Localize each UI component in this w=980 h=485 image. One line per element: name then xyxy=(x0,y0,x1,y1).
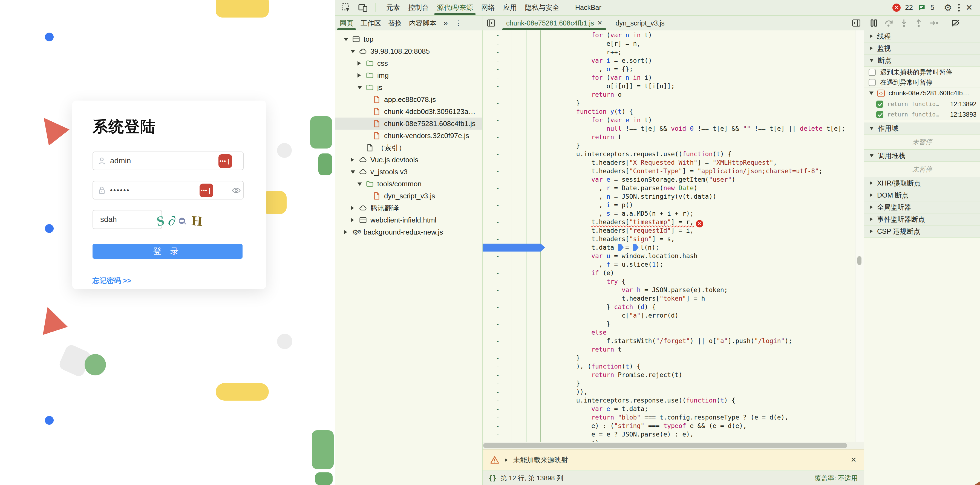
section-threads[interactable]: 线程 xyxy=(864,30,980,43)
scrollbar-thumb[interactable] xyxy=(483,443,847,448)
collapse-icon[interactable] xyxy=(870,154,873,157)
device-toolbar-icon[interactable] xyxy=(358,3,368,13)
expand-icon[interactable] xyxy=(358,61,361,65)
gutter-line-mark[interactable]: - xyxy=(483,158,504,167)
gutter-line-mark[interactable]: - xyxy=(483,124,504,133)
line-gutter[interactable]: ----------------------------------------… xyxy=(483,31,504,442)
file-tab[interactable]: chunk-08e75281.608c4fb1.js✕ xyxy=(500,16,609,30)
expand-icon[interactable] xyxy=(870,181,873,185)
tree-item-background-redux-new.js[interactable]: ⚙⚙background-redux-new.js xyxy=(335,226,483,238)
collapse-icon[interactable] xyxy=(358,182,362,186)
nav-tab-内容脚本[interactable]: 内容脚本 xyxy=(406,16,440,30)
gutter-line-mark[interactable]: - xyxy=(483,286,504,294)
error-count[interactable]: 22 xyxy=(905,3,913,12)
section-CSP 违规断点[interactable]: CSP 违规断点 xyxy=(864,225,980,238)
overflow-tabs-icon[interactable]: » xyxy=(440,16,452,30)
gutter-line-mark[interactable]: - xyxy=(483,337,504,345)
gutter-line-mark[interactable]: - xyxy=(483,227,504,235)
login-button[interactable]: 登 录 xyxy=(92,244,243,258)
gutter-line-mark[interactable]: - xyxy=(483,150,504,158)
section-XHR/提取断点[interactable]: XHR/提取断点 xyxy=(864,177,980,189)
nav-more-icon[interactable]: ⋮ xyxy=(452,16,466,30)
gutter-line-mark[interactable]: - xyxy=(483,320,504,328)
deactivate-breakpoints-icon[interactable] xyxy=(951,18,961,28)
scrollbar-thumb[interactable] xyxy=(858,256,861,265)
collapse-icon[interactable] xyxy=(351,50,355,53)
gutter-line-mark[interactable]: - xyxy=(483,167,504,175)
breakpoint-file-row[interactable]: <>chunk-08e75281.608c4fb… xyxy=(864,88,980,99)
gutter-line-mark[interactable]: - xyxy=(483,107,504,116)
close-warning-icon[interactable]: ✕ xyxy=(851,456,856,464)
gutter-line-mark[interactable]: - xyxy=(483,65,504,73)
tree-item-js[interactable]: js xyxy=(335,81,483,93)
expand-icon[interactable] xyxy=(351,158,354,162)
gutter-line-mark[interactable]: - xyxy=(483,388,504,396)
expand-icon[interactable] xyxy=(344,230,347,234)
main-tab-隐私与安全[interactable]: 隐私与安全 xyxy=(521,0,563,15)
section-callstack[interactable]: 调用堆栈 xyxy=(864,150,980,162)
collapse-icon[interactable] xyxy=(351,171,355,174)
issues-icon[interactable] xyxy=(917,3,926,12)
section-DOM 断点[interactable]: DOM 断点 xyxy=(864,189,980,201)
gutter-line-mark[interactable]: - xyxy=(483,48,504,56)
error-badge-icon[interactable]: ✕ xyxy=(892,3,900,12)
gutter-line-mark[interactable]: - xyxy=(483,294,504,303)
gutter-line-mark[interactable]: - xyxy=(483,175,504,184)
gutter-line-mark[interactable]: - xyxy=(483,31,504,40)
gutter-line-mark[interactable]: - xyxy=(483,218,504,227)
more-options-icon[interactable] xyxy=(956,4,961,11)
password-manager-icon[interactable]: •••❘ xyxy=(218,154,232,168)
pause-option[interactable]: 遇到未捕获的异常时暂停 xyxy=(864,67,980,77)
gutter-line-mark[interactable]: - xyxy=(483,405,504,413)
section-全局监听器[interactable]: 全局监听器 xyxy=(864,201,980,214)
tree-item-Vue.js devtools[interactable]: Vue.js devtools xyxy=(335,154,483,166)
breakpoint-entry[interactable]: return functio…12:13893 xyxy=(864,109,980,120)
expand-icon[interactable] xyxy=(870,217,873,221)
gutter-line-mark[interactable]: - xyxy=(483,82,504,91)
gutter-line-mark[interactable]: - xyxy=(483,269,504,277)
gutter-line-mark[interactable]: - xyxy=(483,396,504,405)
gutter-line-mark[interactable]: - xyxy=(483,362,504,371)
username-field[interactable]: admin •••❘ xyxy=(92,152,243,170)
checkbox-unchecked[interactable] xyxy=(869,69,876,76)
breakpoint-location[interactable]: 12:13893 xyxy=(950,111,977,118)
nav-tab-工作区[interactable]: 工作区 xyxy=(357,16,385,30)
show-debugger-sidebar-icon[interactable] xyxy=(852,18,861,28)
gutter-line-mark[interactable]: - xyxy=(483,422,504,430)
expand-icon[interactable] xyxy=(870,193,873,197)
tree-item-chunk-4dcb0d3f.3096123a…[interactable]: chunk-4dcb0d3f.3096123a… xyxy=(335,105,483,118)
expand-warning-icon[interactable] xyxy=(505,458,508,462)
gutter-line-mark[interactable]: - xyxy=(483,192,504,201)
main-tab-控制台[interactable]: 控制台 xyxy=(404,0,433,15)
expand-icon[interactable] xyxy=(351,218,354,222)
gutter-line-mark[interactable]: - xyxy=(483,260,504,269)
main-tab-网络[interactable]: 网络 xyxy=(477,0,499,15)
gutter-line-mark[interactable]: - xyxy=(483,345,504,354)
collapse-icon[interactable] xyxy=(870,127,873,130)
expand-icon[interactable] xyxy=(870,229,873,233)
tree-item-img[interactable]: img xyxy=(335,69,483,81)
expand-icon[interactable] xyxy=(870,205,873,209)
breakpoint-location[interactable]: 12:13892 xyxy=(950,101,977,108)
settings-gear-icon[interactable]: ⚙ xyxy=(943,3,952,12)
collapse-icon[interactable] xyxy=(869,91,873,95)
pretty-print-icon[interactable]: {} xyxy=(488,474,496,482)
gutter-line-mark[interactable]: - xyxy=(483,99,504,107)
breakpoint-entry[interactable]: return functio…12:13892 xyxy=(864,99,980,109)
expand-icon[interactable] xyxy=(358,73,361,78)
step-over-icon[interactable] xyxy=(884,18,894,28)
tree-item-chunk-08e75281.608c4fb1.js[interactable]: chunk-08e75281.608c4fb1.js xyxy=(335,118,483,129)
gutter-line-mark[interactable]: - xyxy=(483,277,504,286)
nav-tab-替换[interactable]: 替换 xyxy=(385,16,406,30)
captcha-image[interactable]: S∂σH xyxy=(157,211,222,230)
tree-item-v_jstools v3[interactable]: v_jstools v3 xyxy=(335,166,483,178)
section-watch[interactable]: 监视 xyxy=(864,43,980,54)
show-password-eye-icon[interactable] xyxy=(231,185,241,195)
issues-count[interactable]: 5 xyxy=(931,3,934,12)
gutter-line-mark[interactable]: - xyxy=(483,73,504,82)
checkbox-unchecked[interactable] xyxy=(869,79,876,86)
password-field[interactable]: •••••• •••❘ xyxy=(92,181,243,199)
main-tab-HackBar[interactable]: HackBar xyxy=(571,0,606,15)
hide-navigator-icon[interactable] xyxy=(487,18,496,28)
gutter-line-mark[interactable]: - xyxy=(483,91,504,99)
